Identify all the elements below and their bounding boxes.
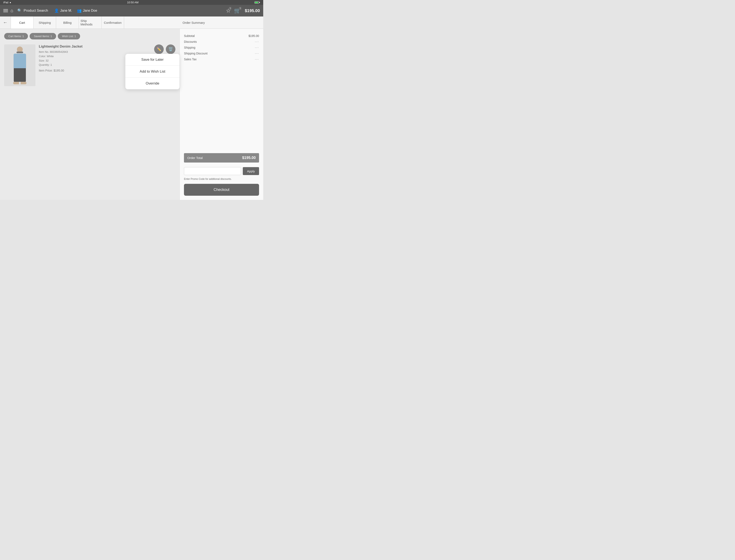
user1-label: Jane M. [60, 9, 72, 13]
status-bar-right [255, 1, 260, 4]
order-total-label: Order Total [187, 156, 203, 160]
cart-badge: 1 [239, 7, 242, 10]
nav-bar: ⌂ 🔍 Product Search 👤 Jane M. 👥 Jane Doe … [0, 5, 263, 16]
main-content: Cart Items: 1 Saved Items: 1 Wish List: … [0, 29, 263, 200]
promo-section: Apply [184, 167, 259, 175]
order-total-value: $195.00 [242, 156, 256, 160]
dropdown-menu: Save for Later Add to Wish List Override [125, 54, 180, 89]
battery-icon [255, 1, 260, 4]
user2-icon: 👥 [77, 8, 82, 13]
summary-shipping-discount: Shipping Discount --- [184, 50, 259, 56]
menu-icon[interactable] [3, 9, 8, 12]
search-label: Product Search [24, 9, 48, 13]
user1-button[interactable]: 👤 Jane M. [54, 8, 72, 13]
apply-button[interactable]: Apply [243, 167, 259, 175]
tabs-container: ← Cart Shipping Billing Ship Methods Con… [0, 16, 263, 29]
add-to-wish-list-option[interactable]: Add to Wish List [125, 66, 180, 78]
status-bar-left: iPad ● [3, 1, 11, 4]
left-panel: Cart Items: 1 Saved Items: 1 Wish List: … [0, 29, 180, 200]
tab-ship-methods[interactable]: Ship Methods [79, 16, 102, 29]
subtotal-label: Subtotal [184, 34, 195, 38]
promo-input[interactable] [184, 167, 241, 175]
summary-discounts: Discounts --- [184, 39, 259, 45]
wifi-icon: ● [10, 1, 11, 4]
summary-shipping: Shipping --- [184, 45, 259, 50]
tabs-left: Cart Shipping Billing Ship Methods Confi… [11, 16, 124, 29]
cart-total: $195.00 [245, 8, 260, 13]
search-icon: 🔍 [17, 8, 22, 13]
order-summary-section: Subtotal $195.00 Discounts --- Shipping … [184, 33, 259, 151]
override-option[interactable]: Override [125, 78, 180, 89]
cart-button[interactable]: 🛒 1 [234, 8, 241, 14]
tab-confirmation[interactable]: Confirmation [102, 16, 124, 29]
tab-billing[interactable]: Billing [56, 16, 79, 29]
summary-subtotal: Subtotal $195.00 [184, 33, 259, 39]
shipping-discount-value: --- [255, 52, 259, 55]
save-for-later-option[interactable]: Save for Later [125, 54, 180, 66]
checkout-button[interactable]: Checkout [184, 184, 259, 196]
status-bar-time: 10:50 AM [127, 1, 139, 4]
wishlist-button[interactable]: ☆ 1 [226, 8, 231, 14]
ipad-label: iPad [3, 1, 8, 4]
shipping-discount-label: Shipping Discount [184, 52, 208, 55]
home-icon[interactable]: ⌂ [10, 8, 13, 13]
shipping-value: --- [255, 46, 259, 49]
user2-button[interactable]: 👥 Jane Doe [77, 8, 97, 13]
back-arrow-icon: ← [3, 20, 8, 25]
discounts-value: --- [255, 40, 259, 43]
user1-icon: 👤 [54, 8, 59, 13]
wishlist-badge: 1 [229, 7, 232, 10]
product-search-button[interactable]: 🔍 Product Search [17, 8, 48, 13]
right-panel: Subtotal $195.00 Discounts --- Shipping … [180, 29, 263, 200]
status-bar: iPad ● 10:50 AM [0, 0, 263, 5]
tab-shipping[interactable]: Shipping [34, 16, 56, 29]
sales-tax-label: Sales Tax [184, 58, 197, 61]
tab-order-summary[interactable]: Order Summary [124, 16, 263, 29]
sales-tax-value: --- [255, 58, 259, 61]
discounts-label: Discounts [184, 40, 197, 43]
tab-cart[interactable]: Cart [11, 16, 34, 29]
shipping-label: Shipping [184, 46, 196, 49]
order-total-row: Order Total $195.00 [184, 153, 259, 163]
back-button[interactable]: ← [0, 16, 11, 29]
promo-hint: Enter Promo Code for additional discount… [184, 178, 259, 180]
summary-sales-tax: Sales Tax --- [184, 56, 259, 62]
user2-label: Jane Doe [83, 9, 97, 13]
subtotal-value: $195.00 [249, 34, 259, 38]
